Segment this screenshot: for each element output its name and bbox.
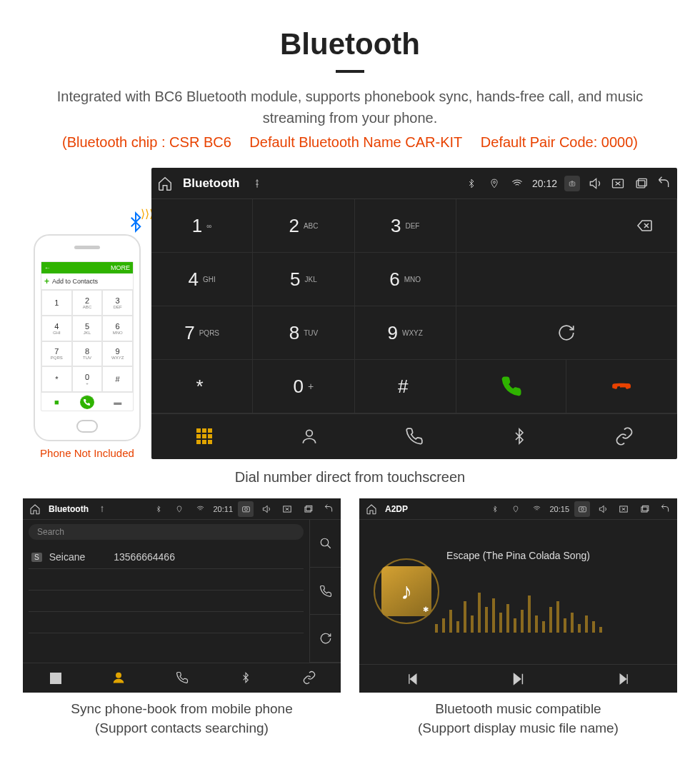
phone-key-4[interactable]: 4GHI [41,316,72,341]
svg-point-2 [571,182,574,184]
back-icon[interactable] [657,501,673,517]
phone-key-7[interactable]: 7PQRS [41,341,72,367]
volume-icon[interactable] [595,501,611,517]
phone-key-star[interactable]: * [41,366,72,392]
key-6[interactable]: 6MNO [355,253,456,306]
music-note-icon: ♪✱ [381,566,431,616]
phone-key-6[interactable]: 6MNO [102,316,133,341]
side-sync-button[interactable] [310,615,341,663]
tab-pair[interactable] [572,414,677,458]
svg-point-13 [116,673,121,678]
close-app-icon[interactable] [616,501,631,517]
key-4[interactable]: 4GHI [151,253,253,306]
phone-key-9[interactable]: 9WXYZ [102,341,133,367]
spec-name: Default Bluetooth Name CAR-KIT [249,134,462,150]
recent-apps-icon[interactable] [300,501,316,517]
screenshot-icon[interactable] [238,501,254,517]
phone-key-1[interactable]: 1 [41,290,72,316]
tab-call-log[interactable] [361,414,466,458]
wifi-icon [192,501,208,517]
screenshot-icon[interactable] [574,501,590,517]
call-answer-button[interactable] [456,360,567,413]
back-icon[interactable] [656,176,671,191]
key-0[interactable]: 0+ [253,360,354,413]
close-app-icon[interactable] [279,501,295,517]
main-caption: Dial number direct from touchscreen [0,469,700,486]
tab-keypad[interactable] [151,414,256,458]
tab-contacts[interactable] [86,663,150,691]
phone-more-label[interactable]: MORE [111,264,130,271]
key-7[interactable]: 7PQRS [151,306,253,360]
key-star[interactable]: * [151,360,253,413]
side-search-button[interactable] [310,520,341,568]
music-screen: A2DP 20:15 ♪✱ Escape (The Pina Colada So… [359,498,677,693]
tab-pair[interactable] [277,663,341,691]
volume-icon[interactable] [259,501,274,517]
search-input[interactable]: Search [29,524,304,540]
phone-mock-column: ⟩⟩⟩ ← MORE + Add to Contacts 1 2ABC 3DEF… [23,234,151,459]
side-call-button[interactable] [310,568,341,615]
key-8[interactable]: 8TUV [253,306,354,360]
music-caption: Bluetooth music compatible(Support displ… [359,700,677,738]
phone-delete-icon[interactable]: ▬ [102,392,133,411]
redial-button[interactable] [456,306,677,360]
key-9[interactable]: 9WXYZ [355,306,456,360]
svg-rect-5 [639,179,647,186]
phone-call-button[interactable] [72,392,103,411]
phone-app-header: ← MORE [41,262,133,273]
phone-key-5[interactable]: 5JKL [72,316,103,341]
tab-contacts[interactable] [256,414,361,458]
home-icon[interactable] [27,501,43,517]
phone-key-8[interactable]: 8TUV [72,341,103,367]
svg-rect-18 [643,506,649,511]
prev-track-button[interactable] [359,665,465,693]
location-icon [171,501,187,517]
phone-back-icon[interactable]: ← [44,264,51,271]
svg-point-12 [321,538,329,546]
main-dialer-screen: Bluetooth 20:12 1∞ 2ABC 3DEF 4GHI [151,168,677,459]
page-title: Bluetooth [0,27,700,61]
phone-video-icon[interactable]: ■ [41,392,72,411]
play-pause-button[interactable] [465,665,571,693]
contact-row[interactable]: S Seicane 13566664466 [29,546,304,569]
recent-apps-icon[interactable] [633,176,649,191]
tab-keypad[interactable] [23,663,86,691]
close-app-icon[interactable] [610,176,626,191]
location-icon [508,501,524,517]
phone-key-3[interactable]: 3DEF [102,290,133,316]
key-5[interactable]: 5JKL [253,253,354,306]
clock-time: 20:15 [549,505,569,513]
key-3[interactable]: 3DEF [355,199,456,253]
song-title: Escape (The Pina Colada Song) [446,550,590,561]
back-icon[interactable] [321,501,336,517]
recent-apps-icon[interactable] [636,501,652,517]
spec-chip: (Bluetooth chip : CSR BC6 [62,134,231,150]
phone-mock: ⟩⟩⟩ ← MORE + Add to Contacts 1 2ABC 3DEF… [34,234,141,441]
tab-bluetooth[interactable] [467,414,572,458]
backspace-button[interactable] [456,199,677,253]
phone-key-0[interactable]: 0+ [72,366,103,392]
svg-rect-17 [641,507,647,512]
equalizer-visual [435,576,602,633]
usb-icon [249,176,265,191]
add-to-contacts-row[interactable]: + Add to Contacts [41,273,133,290]
wifi-icon [529,501,544,517]
usb-icon [94,501,110,517]
tab-call-log[interactable] [150,663,214,691]
phone-key-hash[interactable]: # [102,366,133,392]
tab-bluetooth[interactable] [214,663,277,691]
phone-key-2[interactable]: 2ABC [72,290,103,316]
volume-icon[interactable] [587,176,603,191]
home-icon[interactable] [364,501,379,517]
clock-time: 20:11 [213,505,233,513]
key-hash[interactable]: # [355,360,456,413]
home-icon[interactable] [157,176,173,191]
empty-cell [456,253,677,306]
key-1[interactable]: 1∞ [151,199,253,253]
header-title: A2DP [385,504,408,514]
plus-icon: + [44,276,49,286]
call-hangup-button[interactable] [566,360,677,413]
screenshot-icon[interactable] [564,176,580,191]
next-track-button[interactable] [571,665,677,693]
key-2[interactable]: 2ABC [253,199,354,253]
